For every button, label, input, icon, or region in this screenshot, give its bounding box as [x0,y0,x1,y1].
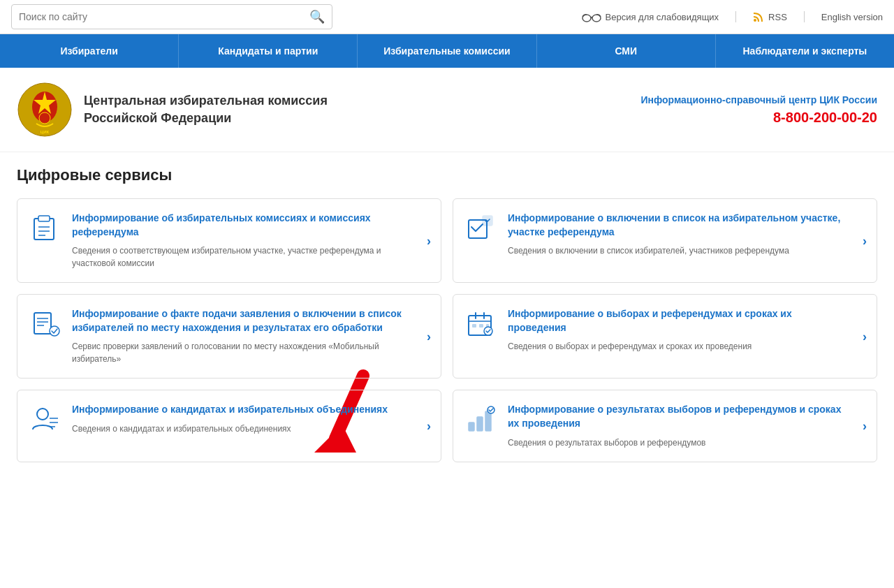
main-nav: Избиратели Кандидаты и партии Избиратель… [0,34,894,68]
card-body-2: Информирование о включении в список на и… [508,212,865,257]
svg-point-30 [37,409,48,420]
svg-rect-36 [485,411,491,431]
card-icon-form [29,307,62,341]
card-desc-2: Сведения о включении в список избирателе… [508,244,849,257]
top-bar: 🔍 Версия для слабовидящих RSS English ve… [0,0,894,34]
nav-item-commissions[interactable]: Избирательные комиссии [358,34,536,68]
cards-grid: Информирование об избирательных комиссия… [17,198,877,462]
rss-label: RSS [768,12,787,22]
info-center-phone: 8-800-200-00-20 [640,110,877,126]
header-area: ЦИК Центральная избирательная комиссия Р… [0,68,894,152]
card-desc-6: Сведения о результатах выборов и референ… [508,436,849,449]
search-input[interactable] [12,7,302,27]
search-wrap: 🔍 [11,4,332,29]
card-title-5: Информирование о кандидатах и избиратель… [72,403,413,417]
card-results[interactable]: Информирование о результатах выборов и р… [453,390,877,462]
card-voter-list[interactable]: Информирование о включении в список на и… [453,198,877,283]
card-body-3: Информирование о факте подачи заявления … [72,307,430,365]
card-candidates[interactable]: Информирование о кандидатах и избиратель… [17,390,441,462]
svg-rect-26 [472,324,476,328]
card-body-1: Информирование об избирательных комиссия… [72,212,430,270]
card-title-6: Информирование о результатах выборов и р… [508,403,849,430]
card-arrow-1: › [427,233,431,248]
svg-rect-27 [479,324,483,328]
logo-emblem: ЦИК [17,82,73,138]
card-icon-checklist [464,212,498,245]
card-body-6: Информирование о результатах выборов и р… [508,403,865,448]
card-desc-1: Сведения о соответствующем избирательном… [72,244,413,270]
rss-icon [753,11,764,22]
rss-button[interactable]: RSS [753,11,805,22]
glasses-icon [582,11,601,22]
vision-button[interactable]: Версия для слабовидящих [582,11,737,22]
card-title-2: Информирование о включении в список на и… [508,212,849,239]
card-arrow-4: › [863,329,867,344]
card-arrow-2: › [863,233,867,248]
vision-label: Версия для слабовидящих [606,12,719,22]
card-elections-dates[interactable]: Информирование о выборах и референдумах … [453,294,877,378]
english-version-button[interactable]: English version [821,12,883,22]
nav-item-voters[interactable]: Избиратели [0,34,179,68]
card-icon-results [464,403,498,436]
card-polling-commissions[interactable]: Информирование об избирательных комиссия… [17,198,441,283]
card-icon-ballot [29,212,62,245]
card-icon-person [29,403,62,436]
card-desc-5: Сведения о кандидатах и избирательных об… [72,422,413,435]
card-desc-4: Сведения о выборах и референдумах и срок… [508,340,849,353]
svg-text:ЦИК: ЦИК [41,130,50,134]
svg-point-21 [50,326,59,336]
card-title-4: Информирование о выборах и референдумах … [508,307,849,335]
svg-rect-35 [477,417,483,431]
org-name: Центральная избирательная комиссия Росси… [84,92,328,127]
card-title-3: Информирование о факте подачи заявления … [72,307,413,335]
info-center-title: Информационно-справочный центр ЦИК Росси… [640,94,877,108]
card-mobile-voter[interactable]: Информирование о факте подачи заявления … [17,294,441,378]
card-icon-calendar [464,307,498,341]
top-right-controls: Версия для слабовидящих RSS English vers… [582,11,884,22]
nav-item-smi[interactable]: СМИ [537,34,716,68]
svg-rect-17 [34,313,51,334]
nav-item-observers[interactable]: Наблюдатели и эксперты [716,34,894,68]
card-arrow-6: › [863,418,867,433]
svg-rect-11 [38,216,50,221]
search-button[interactable]: 🔍 [302,9,332,24]
card-body-5: Информирование о кандидатах и избиратель… [72,403,430,435]
nav-item-candidates[interactable]: Кандидаты и партии [179,34,358,68]
info-center: Информационно-справочный центр ЦИК Росси… [640,94,877,126]
card-desc-3: Сервис проверки заявлений о голосовании … [72,340,413,365]
card-arrow-5: › [427,418,431,433]
card-arrow-3: › [427,329,431,344]
card-title-1: Информирование об избирательных комиссия… [72,212,413,239]
main-content: Цифровые сервисы Информирование об избир… [0,152,894,476]
svg-rect-34 [469,422,474,431]
svg-point-2 [754,19,756,22]
svg-point-6 [39,112,50,124]
section-title: Цифровые сервисы [17,166,877,184]
card-body-4: Информирование о выборах и референдумах … [508,307,865,353]
